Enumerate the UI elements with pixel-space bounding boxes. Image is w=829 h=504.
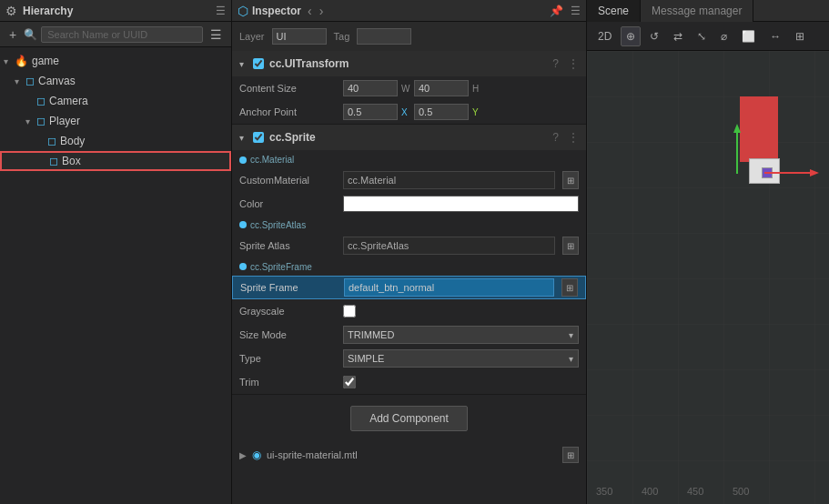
rotate-tool-button[interactable]: ↺	[644, 26, 664, 46]
scene-view[interactable]: 500 450 400 350 300 250 200 150 350 400 …	[587, 51, 829, 504]
material-type-label: cc.Material	[250, 155, 294, 165]
rect-tool-button[interactable]: ⤡	[692, 26, 712, 46]
anchor-tool-button[interactable]: ⌀	[715, 26, 733, 46]
grayscale-row: Grayscale	[232, 299, 586, 323]
content-size-label: Content Size	[239, 83, 339, 94]
resize-tool-button[interactable]: ↔	[764, 26, 786, 46]
atlas-type-label: cc.SpriteAtlas	[250, 220, 306, 230]
list-view-icon[interactable]: ☰	[207, 27, 226, 42]
size-mode-select[interactable]: TRIMMED RAW CUSTOM	[343, 326, 579, 344]
svg-text:500: 500	[733, 486, 749, 497]
sprite-title: cc.Sprite	[269, 131, 547, 144]
uitransform-help-icon[interactable]: ?	[552, 57, 559, 70]
frame-asset-ref[interactable]: default_btn_normal	[344, 278, 554, 297]
material-expand-arrow[interactable]: ▶	[239, 450, 247, 460]
box-node-icon: ◻	[49, 155, 58, 167]
move-tool-button[interactable]: ⊕	[621, 26, 641, 46]
box-tool-button[interactable]: ⬜	[736, 26, 761, 46]
expand-arrow-canvas: ▾	[15, 76, 25, 86]
content-size-value: W H	[343, 80, 579, 96]
scene-tab-label: Scene	[598, 5, 629, 17]
tree-label-game: game	[32, 55, 59, 67]
search-icon: 🔍	[24, 28, 37, 41]
nav-back-button[interactable]: ‹	[305, 4, 315, 18]
scene-panel: Scene Message manager 2D ⊕ ↺ ⇄ ⤡ ⌀ ⬜ ↔ ⊞…	[587, 0, 829, 504]
custom-material-type-row: cc.Material	[232, 150, 586, 168]
svg-text:400: 400	[642, 486, 658, 497]
tree-item-box[interactable]: ▶ ◻ Box	[0, 151, 231, 171]
grayscale-checkbox[interactable]	[343, 305, 356, 318]
material-pick-button[interactable]: ⊞	[562, 171, 579, 189]
layer-input[interactable]	[272, 28, 327, 45]
frame-type-label: cc.SpriteFrame	[250, 262, 312, 272]
height-axis-label: H	[472, 84, 481, 94]
tree-item-canvas[interactable]: ▾ ◻ Canvas	[0, 71, 231, 91]
tree-label-box: Box	[62, 155, 81, 167]
grayscale-label: Grayscale	[239, 306, 339, 317]
uitransform-menu-icon[interactable]: ⋮	[568, 57, 579, 70]
hierarchy-icon: ⚙	[5, 4, 17, 18]
trim-checkbox[interactable]	[343, 376, 356, 388]
atlas-asset-name: cc.SpriteAtlas	[348, 240, 409, 251]
material-icon: ◉	[252, 449, 261, 461]
content-size-height-input[interactable]	[414, 80, 469, 96]
inspector-menu-icon[interactable]: ☰	[571, 5, 581, 17]
anchor-point-label: Anchor Point	[239, 106, 339, 117]
material-file-pick-button[interactable]: ⊞	[562, 447, 579, 463]
sprite-checkbox[interactable]	[253, 132, 264, 143]
tree-item-camera[interactable]: ▶ ◻ Camera	[0, 91, 231, 111]
anchor-y-input[interactable]	[414, 104, 469, 120]
pin-icon[interactable]: 📌	[550, 5, 563, 17]
tree-label-player: Player	[49, 115, 80, 127]
anchor-x-input[interactable]	[343, 104, 398, 120]
tree-item-player[interactable]: ▾ ◻ Player	[0, 111, 231, 131]
sprite-atlas-value: cc.SpriteAtlas ⊞	[343, 237, 579, 255]
tree-item-game[interactable]: ▾ 🔥 game	[0, 51, 231, 71]
svg-marker-14	[733, 124, 741, 133]
atlas-asset-ref[interactable]: cc.SpriteAtlas	[343, 237, 555, 255]
material-dot-icon	[239, 156, 247, 164]
tag-input[interactable]	[357, 28, 411, 45]
scene-toolbar: 2D ⊕ ↺ ⇄ ⤡ ⌀ ⬜ ↔ ⊞	[587, 22, 829, 51]
atlas-dot-icon	[239, 221, 247, 228]
uitransform-arrow[interactable]: ▾	[239, 59, 244, 69]
anchor-point-value: X Y	[343, 104, 579, 120]
grayscale-value	[343, 305, 579, 318]
sprite-frame-value: default_btn_normal ⊞	[344, 278, 578, 297]
anchor-y-axis-label: Y	[472, 107, 481, 117]
grid-tool-button[interactable]: ⊞	[790, 26, 810, 46]
atlas-pick-button[interactable]: ⊞	[562, 237, 579, 255]
add-component-button[interactable]: Add Component	[350, 406, 468, 431]
anchor-x-axis-label: X	[401, 107, 410, 117]
material-asset-ref[interactable]: cc.Material	[343, 171, 555, 189]
hierarchy-menu-icon[interactable]: ☰	[216, 5, 226, 17]
svg-marker-16	[810, 169, 819, 176]
trim-row: Trim	[232, 370, 586, 394]
content-size-width-input[interactable]	[343, 80, 398, 96]
color-swatch[interactable]	[343, 196, 579, 212]
message-manager-tab[interactable]: Message manager	[641, 0, 753, 22]
sprite-menu-icon[interactable]: ⋮	[568, 131, 579, 144]
sprite-arrow[interactable]: ▾	[239, 133, 244, 143]
frame-pick-button[interactable]: ⊞	[561, 278, 578, 297]
tree-item-body[interactable]: ▶ ◻ Body	[0, 131, 231, 151]
type-select[interactable]: SIMPLE SLICED TILED FILLED	[343, 349, 579, 368]
uitransform-title: cc.UITransform	[269, 57, 547, 70]
sprite-frame-label: Sprite Frame	[240, 282, 340, 293]
2d-mode-button[interactable]: 2D	[592, 26, 617, 46]
scale-tool-button[interactable]: ⇄	[668, 26, 688, 46]
search-input[interactable]	[41, 26, 203, 43]
sprite-header: ▾ cc.Sprite ? ⋮	[232, 125, 586, 150]
size-mode-value: TRIMMED RAW CUSTOM	[343, 326, 579, 344]
sprite-help-icon[interactable]: ?	[552, 131, 559, 144]
sprite-frame-row: Sprite Frame default_btn_normal ⊞	[232, 276, 586, 299]
svg-text:450: 450	[687, 486, 703, 497]
custom-material-row: CustomMaterial cc.Material ⊞	[232, 168, 586, 192]
nav-forward-button[interactable]: ›	[317, 4, 327, 18]
add-node-button[interactable]: +	[5, 27, 20, 42]
hierarchy-panel: ⚙ Hierarchy ☰ + 🔍 ☰ ▾ 🔥 game ▾ ◻ Canvas …	[0, 0, 232, 504]
scene-grid: 500 450 400 350 300 250 200 150 350 400 …	[587, 51, 829, 504]
uitransform-checkbox[interactable]	[253, 58, 264, 69]
tree-label-camera: Camera	[49, 95, 88, 107]
scene-tab[interactable]: Scene	[587, 0, 641, 22]
